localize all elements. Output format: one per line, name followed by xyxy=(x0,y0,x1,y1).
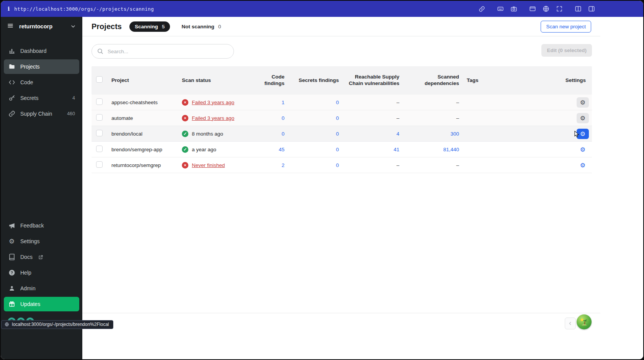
keyboard-icon[interactable] xyxy=(497,5,504,12)
columns-icon[interactable] xyxy=(575,5,582,12)
select-all-checkbox[interactable] xyxy=(96,76,103,83)
table-row: brendon/semgrep-app ✓ a year ago 45 0 41… xyxy=(92,142,592,157)
edit-selected-button[interactable]: Edit (0 selected) xyxy=(541,44,592,57)
scan-new-project-button[interactable]: Scan new project xyxy=(541,21,591,33)
sidebar-item-label: Projects xyxy=(20,64,40,70)
project-name[interactable]: brendon/local xyxy=(108,131,178,137)
expand-icon[interactable] xyxy=(556,5,563,12)
reachable-vulns-value[interactable]: 41 xyxy=(343,147,403,152)
org-name: returntocorp xyxy=(19,23,52,29)
scan-status: ✓ a year ago xyxy=(178,146,249,153)
scan-status: × Failed 3 years ago xyxy=(178,99,249,106)
secrets-findings-link[interactable]: 0 xyxy=(288,131,343,137)
scanned-dependencies-value: – xyxy=(403,162,463,168)
org-switcher[interactable]: returntocorp xyxy=(1,17,82,36)
row-checkbox[interactable] xyxy=(96,161,103,168)
row-checkbox[interactable] xyxy=(96,130,103,136)
camera-icon[interactable] xyxy=(510,5,517,12)
code-findings-link[interactable]: 1 xyxy=(249,100,288,105)
project-settings-gear-icon[interactable]: ⚙ xyxy=(577,113,589,123)
scan-status: ✓ 8 months ago xyxy=(178,131,249,137)
sidebar-item-updates[interactable]: Updates xyxy=(4,297,79,311)
row-checkbox[interactable] xyxy=(96,98,103,105)
secrets-findings-link[interactable]: 0 xyxy=(288,147,343,152)
scan-status-text[interactable]: Failed 3 years ago xyxy=(192,100,234,105)
project-settings-gear-icon[interactable]: ⚙ xyxy=(577,160,589,170)
project-name[interactable]: appsec-cheatsheets xyxy=(108,100,178,105)
status-link-preview-text: localhost:3000/orgs/-/projects/brendon%2… xyxy=(12,322,109,327)
reachable-vulns-value: – xyxy=(343,115,403,121)
code-findings-link[interactable]: 45 xyxy=(249,147,288,152)
project-settings-gear-icon[interactable]: ⚙ xyxy=(577,144,589,155)
island-extension-icon[interactable] xyxy=(577,314,592,329)
row-checkbox[interactable] xyxy=(96,146,103,152)
table-row: automate × Failed 3 years ago 0 0 – – ⚙ xyxy=(92,110,592,126)
table-row: appsec-cheatsheets × Failed 3 years ago … xyxy=(92,95,592,110)
reachable-vulns-value: – xyxy=(343,100,403,105)
tab-not-scanning-label: Not scanning xyxy=(181,24,214,29)
scanned-dependencies-value[interactable]: 300 xyxy=(403,131,463,137)
sidebar-item-projects[interactable]: Projects xyxy=(4,59,79,74)
link-icon[interactable] xyxy=(479,6,485,12)
sidebar-item-supply-chain[interactable]: Supply Chain 460 xyxy=(4,106,79,121)
sidebar-item-label: Admin xyxy=(20,285,36,291)
address-url[interactable]: http://localhost:3000/orgs/-/projects/sc… xyxy=(14,6,154,12)
scan-status-icon: × xyxy=(182,99,188,106)
sidebar-nav-bottom: Feedback ⚙ Settings Docs xyxy=(1,217,82,313)
info-icon: i xyxy=(8,6,10,12)
scan-status-text[interactable]: Failed 3 years ago xyxy=(192,115,234,121)
main-content: Projects Scanning 5 Not scanning 0 Scan … xyxy=(82,17,643,359)
sidebar-nav-top: Dashboard Projects Code xyxy=(1,42,82,123)
folder-icon xyxy=(8,63,15,70)
table-body: appsec-cheatsheets × Failed 3 years ago … xyxy=(92,95,592,173)
admin-person-icon xyxy=(8,285,15,292)
table-header-row: Project Scan status Code findings Secret… xyxy=(92,66,592,95)
secrets-findings-link[interactable]: 0 xyxy=(288,162,343,168)
row-checkbox[interactable] xyxy=(96,114,103,121)
tab-scanning[interactable]: Scanning 5 xyxy=(129,21,170,32)
sidebar-item-feedback[interactable]: Feedback xyxy=(4,218,79,233)
sidebar-item-secrets[interactable]: Secrets 4 xyxy=(4,91,79,105)
projects-table: Project Scan status Code findings Secret… xyxy=(92,66,592,173)
scan-status-icon: × xyxy=(182,162,188,169)
tab-not-scanning[interactable]: Not scanning 0 xyxy=(179,23,223,30)
project-name[interactable]: brendon/semgrep-app xyxy=(108,147,178,152)
chevron-down-icon[interactable] xyxy=(70,23,76,29)
sidebar-item-code[interactable]: Code xyxy=(4,75,79,90)
reachable-vulns-value[interactable]: 4 xyxy=(343,131,403,137)
terminal-icon[interactable] xyxy=(529,5,536,12)
sidebar-item-settings[interactable]: ⚙ Settings xyxy=(4,234,79,249)
column-header-secrets-findings: Secrets findings xyxy=(288,75,343,86)
scan-status-text[interactable]: Never finished xyxy=(192,162,225,168)
code-findings-link[interactable]: 0 xyxy=(249,131,288,137)
hamburger-icon[interactable] xyxy=(7,22,14,31)
secrets-findings-link[interactable]: 0 xyxy=(288,100,343,105)
search-input[interactable] xyxy=(92,44,234,59)
sidebar-item-dashboard[interactable]: Dashboard xyxy=(4,44,79,58)
project-name[interactable]: automate xyxy=(108,115,178,121)
code-findings-link[interactable]: 0 xyxy=(249,115,288,121)
megaphone-icon xyxy=(8,222,15,229)
scan-status: × Failed 3 years ago xyxy=(178,115,249,121)
column-header-code-findings: Code findings xyxy=(249,72,288,89)
sidebar-item-docs[interactable]: Docs xyxy=(4,250,79,264)
project-settings-gear-icon[interactable]: ⚙ xyxy=(577,97,589,108)
key-icon xyxy=(8,95,15,101)
scanned-dependencies-value[interactable]: 81,440 xyxy=(403,147,463,152)
external-link-icon xyxy=(38,255,43,260)
screen: i http://localhost:3000/orgs/-/projects/… xyxy=(0,0,644,360)
scan-status-text[interactable]: a year ago xyxy=(192,147,216,152)
scan-status-text[interactable]: 8 months ago xyxy=(192,131,223,137)
search-icon xyxy=(97,48,103,56)
project-settings-gear-icon[interactable]: ⚙ xyxy=(577,129,589,139)
globe-icon[interactable] xyxy=(543,5,549,12)
sidebar-panel-icon[interactable] xyxy=(588,5,595,12)
project-name[interactable]: returntocorp/semgrep xyxy=(108,162,178,168)
sidebar-item-admin[interactable]: Admin xyxy=(4,281,79,296)
chain-link-icon xyxy=(8,110,15,117)
sidebar-item-help[interactable]: Help xyxy=(4,265,79,280)
page-header: Projects Scanning 5 Not scanning 0 Scan … xyxy=(82,17,600,36)
pagination-prev-button[interactable] xyxy=(565,317,576,329)
code-findings-link[interactable]: 2 xyxy=(249,162,288,168)
secrets-findings-link[interactable]: 0 xyxy=(288,115,343,121)
